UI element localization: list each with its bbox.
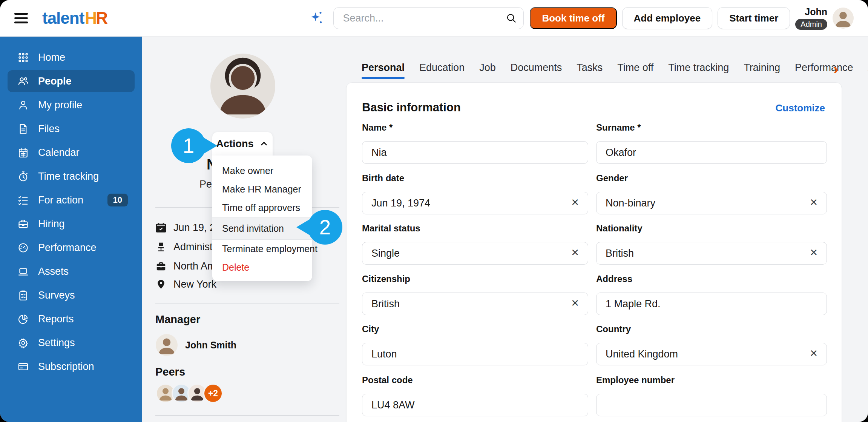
credit-card-icon xyxy=(17,361,29,373)
tab-tasks[interactable]: Tasks xyxy=(577,62,603,79)
top-bar: talent H R Book time off Add employee St… xyxy=(0,0,868,37)
brand-logo[interactable]: talent H R xyxy=(42,9,107,28)
user-menu[interactable]: John Admin xyxy=(795,6,854,30)
field-postal-code: Postal code xyxy=(362,375,588,416)
employee-number-input[interactable] xyxy=(596,394,827,416)
clear-field-icon[interactable]: ✕ xyxy=(810,348,818,358)
field-label: Address xyxy=(596,274,827,284)
country-input[interactable] xyxy=(596,343,827,365)
clear-field-icon[interactable]: ✕ xyxy=(571,197,579,207)
field-label: Nationality xyxy=(596,223,827,234)
menu-item-terminate-employment[interactable]: Terminate employment xyxy=(212,240,312,258)
tab-training[interactable]: Training xyxy=(744,62,780,79)
manager-heading: Manager xyxy=(155,313,200,326)
sidebar-item-time-tracking[interactable]: Time tracking xyxy=(8,165,135,187)
marital-status-input[interactable] xyxy=(362,242,588,265)
book-time-off-button[interactable]: Book time off xyxy=(530,7,616,29)
calendar-check-icon xyxy=(155,222,167,233)
sidebar-item-label: Home xyxy=(38,52,65,63)
search-input[interactable] xyxy=(333,7,524,29)
location-pin-icon xyxy=(155,279,167,290)
employee-photo[interactable] xyxy=(210,54,275,119)
field-birth-date: Birth date ✕ xyxy=(362,173,588,214)
field-city: City xyxy=(362,324,588,365)
tab-time-off[interactable]: Time off xyxy=(617,62,653,79)
field-gender: Gender ✕ xyxy=(596,173,827,214)
brand-logo-text-blue: talent xyxy=(42,9,84,28)
start-timer-button[interactable]: Start timer xyxy=(718,7,790,29)
sidebar-item-assets[interactable]: Assets xyxy=(8,260,135,282)
ai-sparkle-icon[interactable] xyxy=(309,11,324,26)
tabs-overflow-chevron-icon[interactable]: › xyxy=(833,62,838,77)
manager-name[interactable]: John Smith xyxy=(185,340,236,351)
sidebar-item-hiring[interactable]: Hiring xyxy=(8,213,135,235)
field-address: Address xyxy=(596,274,827,315)
sidebar-item-home[interactable]: Home xyxy=(8,46,135,68)
peers-more-badge[interactable]: +2 xyxy=(203,383,223,403)
surname-input[interactable] xyxy=(596,141,827,164)
office-chair-icon xyxy=(155,241,167,253)
tab-job[interactable]: Job xyxy=(479,62,496,79)
address-input[interactable] xyxy=(596,293,827,315)
customize-link[interactable]: Customize xyxy=(776,102,825,114)
sidebar-item-label: Settings xyxy=(38,337,75,349)
tab-documents[interactable]: Documents xyxy=(511,62,562,79)
clear-field-icon[interactable]: ✕ xyxy=(810,248,818,257)
user-avatar[interactable] xyxy=(833,8,854,29)
menu-item-make-hr-manager[interactable]: Make HR Manager xyxy=(212,180,312,199)
sidebar-item-my-profile[interactable]: My profile xyxy=(8,94,135,116)
citizenship-input[interactable] xyxy=(362,293,588,315)
info-row-location: New York xyxy=(155,277,216,291)
checklist-icon xyxy=(17,194,29,206)
field-surname: Surname * xyxy=(596,122,827,164)
clipboard-icon xyxy=(17,290,29,301)
file-icon xyxy=(17,123,29,135)
tab-performance[interactable]: Performance xyxy=(795,62,853,79)
sidebar-item-reports[interactable]: Reports xyxy=(8,308,135,330)
clear-field-icon[interactable]: ✕ xyxy=(571,248,579,257)
profile-divider xyxy=(155,415,339,416)
field-nationality: Nationality ✕ xyxy=(596,223,827,265)
app-window: talent H R Book time off Add employee St… xyxy=(0,0,868,422)
menu-item-delete[interactable]: Delete xyxy=(212,258,312,277)
field-label: Birth date xyxy=(362,173,588,183)
sidebar-item-performance[interactable]: Performance xyxy=(8,237,135,259)
sidebar-item-subscription[interactable]: Subscription xyxy=(8,356,135,377)
postal-code-input[interactable] xyxy=(362,394,588,416)
sidebar-item-label: My profile xyxy=(38,99,82,111)
clear-field-icon[interactable]: ✕ xyxy=(571,298,579,308)
user-role-badge: Admin xyxy=(795,19,827,30)
tab-time-tracking[interactable]: Time tracking xyxy=(668,62,729,79)
sidebar-item-people[interactable]: People xyxy=(8,70,135,92)
add-employee-button[interactable]: Add employee xyxy=(622,7,713,29)
callout-marker-1: 1 xyxy=(171,128,206,163)
nationality-input[interactable] xyxy=(596,242,827,265)
manager-row[interactable]: John Smith xyxy=(156,334,236,356)
gender-input[interactable] xyxy=(596,192,827,214)
card-title: Basic information xyxy=(362,101,461,114)
menu-item-time-off-approvers[interactable]: Time off approvers xyxy=(212,199,312,217)
hamburger-menu-icon[interactable] xyxy=(14,10,31,26)
name-input[interactable] xyxy=(362,141,588,164)
search-icon[interactable] xyxy=(506,12,517,25)
sidebar-item-files[interactable]: Files xyxy=(8,118,135,140)
field-label: Name * xyxy=(362,122,588,133)
menu-item-make-owner[interactable]: Make owner xyxy=(212,162,312,180)
sidebar-item-label: Hiring xyxy=(38,218,65,230)
tab-education[interactable]: Education xyxy=(419,62,465,79)
field-citizenship: Citizenship ✕ xyxy=(362,274,588,315)
actions-button[interactable]: Actions xyxy=(212,132,273,156)
sidebar-item-surveys[interactable]: Surveys xyxy=(8,284,135,306)
laptop-icon xyxy=(17,266,29,277)
tab-personal[interactable]: Personal xyxy=(362,62,405,79)
user-name: John xyxy=(805,6,827,17)
city-input[interactable] xyxy=(362,343,588,365)
sidebar-item-settings[interactable]: Settings xyxy=(8,332,135,354)
sidebar-item-calendar[interactable]: Calendar xyxy=(8,142,135,163)
manager-avatar[interactable] xyxy=(156,334,178,356)
birth-date-input[interactable] xyxy=(362,192,588,214)
clear-field-icon[interactable]: ✕ xyxy=(810,197,818,207)
peers-avatars: +2 xyxy=(156,383,223,403)
field-country: Country ✕ xyxy=(596,324,827,365)
sidebar-item-for-action[interactable]: For action 10 xyxy=(8,189,135,211)
